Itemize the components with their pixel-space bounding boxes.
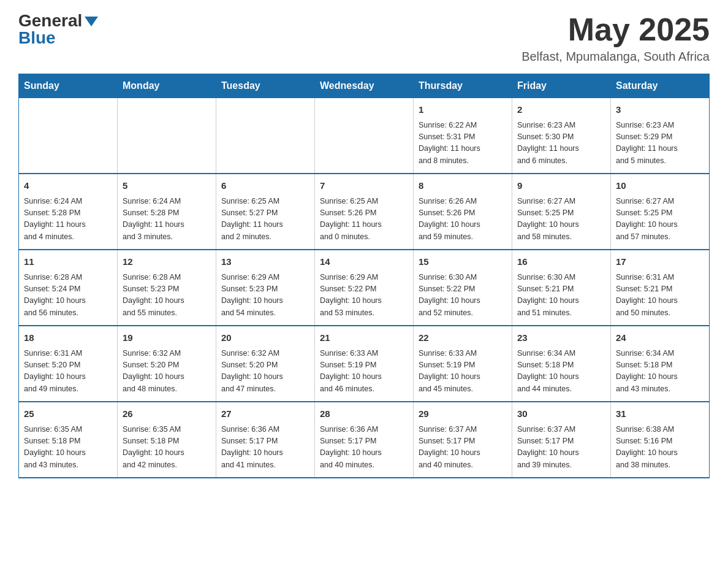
month-year-title: May 2025 bbox=[521, 12, 710, 47]
calendar-cell-w2-d3: 7Sunrise: 6:25 AM Sunset: 5:26 PM Daylig… bbox=[315, 174, 414, 250]
calendar-cell-w5-d5: 30Sunrise: 6:37 AM Sunset: 5:17 PM Dayli… bbox=[512, 402, 611, 478]
day-info-21: Sunrise: 6:33 AM Sunset: 5:19 PM Dayligh… bbox=[320, 348, 408, 396]
col-wednesday: Wednesday bbox=[315, 74, 414, 98]
day-number-18: 18 bbox=[24, 331, 112, 345]
day-number-10: 10 bbox=[616, 179, 704, 193]
calendar-cell-w3-d0: 11Sunrise: 6:28 AM Sunset: 5:24 PM Dayli… bbox=[19, 250, 118, 326]
calendar-week-2: 4Sunrise: 6:24 AM Sunset: 5:28 PM Daylig… bbox=[19, 174, 710, 250]
day-number-20: 20 bbox=[221, 331, 309, 345]
col-tuesday: Tuesday bbox=[216, 74, 315, 98]
day-number-25: 25 bbox=[24, 407, 112, 421]
calendar-cell-w4-d6: 24Sunrise: 6:34 AM Sunset: 5:18 PM Dayli… bbox=[611, 326, 710, 402]
calendar-week-3: 11Sunrise: 6:28 AM Sunset: 5:24 PM Dayli… bbox=[19, 250, 710, 326]
day-number-15: 15 bbox=[419, 255, 507, 269]
day-number-12: 12 bbox=[123, 255, 211, 269]
day-number-27: 27 bbox=[221, 407, 309, 421]
day-info-14: Sunrise: 6:29 AM Sunset: 5:22 PM Dayligh… bbox=[320, 272, 408, 320]
location-subtitle: Belfast, Mpumalanga, South Africa bbox=[521, 50, 710, 64]
day-info-27: Sunrise: 6:36 AM Sunset: 5:17 PM Dayligh… bbox=[221, 424, 309, 472]
day-info-15: Sunrise: 6:30 AM Sunset: 5:22 PM Dayligh… bbox=[419, 272, 507, 320]
calendar-week-4: 18Sunrise: 6:31 AM Sunset: 5:20 PM Dayli… bbox=[19, 326, 710, 402]
calendar-cell-w2-d5: 9Sunrise: 6:27 AM Sunset: 5:25 PM Daylig… bbox=[512, 174, 611, 250]
day-number-26: 26 bbox=[123, 407, 211, 421]
calendar-cell-w5-d1: 26Sunrise: 6:35 AM Sunset: 5:18 PM Dayli… bbox=[118, 402, 216, 478]
day-info-7: Sunrise: 6:25 AM Sunset: 5:26 PM Dayligh… bbox=[320, 196, 408, 243]
day-info-19: Sunrise: 6:32 AM Sunset: 5:20 PM Dayligh… bbox=[123, 348, 211, 396]
day-info-4: Sunrise: 6:24 AM Sunset: 5:28 PM Dayligh… bbox=[24, 196, 112, 243]
day-info-22: Sunrise: 6:33 AM Sunset: 5:19 PM Dayligh… bbox=[419, 348, 507, 396]
day-number-23: 23 bbox=[517, 331, 605, 345]
day-number-13: 13 bbox=[221, 255, 309, 269]
calendar-cell-w5-d6: 31Sunrise: 6:38 AM Sunset: 5:16 PM Dayli… bbox=[611, 402, 710, 478]
col-saturday: Saturday bbox=[611, 74, 710, 98]
day-info-12: Sunrise: 6:28 AM Sunset: 5:23 PM Dayligh… bbox=[123, 272, 211, 320]
calendar-cell-w4-d4: 22Sunrise: 6:33 AM Sunset: 5:19 PM Dayli… bbox=[414, 326, 512, 402]
day-info-31: Sunrise: 6:38 AM Sunset: 5:16 PM Dayligh… bbox=[616, 424, 704, 472]
calendar-header-row: Sunday Monday Tuesday Wednesday Thursday… bbox=[19, 74, 710, 98]
calendar-cell-w3-d1: 12Sunrise: 6:28 AM Sunset: 5:23 PM Dayli… bbox=[118, 250, 216, 326]
day-info-26: Sunrise: 6:35 AM Sunset: 5:18 PM Dayligh… bbox=[123, 424, 211, 472]
day-info-28: Sunrise: 6:36 AM Sunset: 5:17 PM Dayligh… bbox=[320, 424, 408, 472]
day-info-25: Sunrise: 6:35 AM Sunset: 5:18 PM Dayligh… bbox=[24, 424, 112, 472]
calendar-cell-w4-d2: 20Sunrise: 6:32 AM Sunset: 5:20 PM Dayli… bbox=[216, 326, 315, 402]
calendar-cell-w3-d2: 13Sunrise: 6:29 AM Sunset: 5:23 PM Dayli… bbox=[216, 250, 315, 326]
day-info-30: Sunrise: 6:37 AM Sunset: 5:17 PM Dayligh… bbox=[517, 424, 605, 472]
calendar-cell-w1-d1 bbox=[118, 98, 216, 174]
calendar-cell-w1-d2 bbox=[216, 98, 315, 174]
day-info-23: Sunrise: 6:34 AM Sunset: 5:18 PM Dayligh… bbox=[517, 348, 605, 396]
day-info-17: Sunrise: 6:31 AM Sunset: 5:21 PM Dayligh… bbox=[616, 272, 704, 320]
calendar-cell-w1-d4: 1Sunrise: 6:22 AM Sunset: 5:31 PM Daylig… bbox=[414, 98, 512, 174]
calendar-table: Sunday Monday Tuesday Wednesday Thursday… bbox=[18, 74, 710, 478]
logo-blue-text: Blue bbox=[18, 29, 56, 47]
day-number-30: 30 bbox=[517, 407, 605, 421]
day-number-21: 21 bbox=[320, 331, 408, 345]
day-number-29: 29 bbox=[419, 407, 507, 421]
calendar-cell-w2-d0: 4Sunrise: 6:24 AM Sunset: 5:28 PM Daylig… bbox=[19, 174, 118, 250]
logo-triangle-icon bbox=[85, 17, 98, 26]
calendar-cell-w4-d0: 18Sunrise: 6:31 AM Sunset: 5:20 PM Dayli… bbox=[19, 326, 118, 402]
day-info-29: Sunrise: 6:37 AM Sunset: 5:17 PM Dayligh… bbox=[419, 424, 507, 472]
logo: General Blue bbox=[18, 12, 98, 47]
calendar-cell-w2-d6: 10Sunrise: 6:27 AM Sunset: 5:25 PM Dayli… bbox=[611, 174, 710, 250]
day-info-24: Sunrise: 6:34 AM Sunset: 5:18 PM Dayligh… bbox=[616, 348, 704, 396]
col-sunday: Sunday bbox=[19, 74, 118, 98]
col-friday: Friday bbox=[512, 74, 611, 98]
day-number-4: 4 bbox=[24, 179, 112, 193]
calendar-cell-w3-d4: 15Sunrise: 6:30 AM Sunset: 5:22 PM Dayli… bbox=[414, 250, 512, 326]
day-number-16: 16 bbox=[517, 255, 605, 269]
calendar-cell-w5-d2: 27Sunrise: 6:36 AM Sunset: 5:17 PM Dayli… bbox=[216, 402, 315, 478]
day-number-11: 11 bbox=[24, 255, 112, 269]
day-number-14: 14 bbox=[320, 255, 408, 269]
svg-marker-0 bbox=[85, 17, 98, 26]
day-number-5: 5 bbox=[123, 179, 211, 193]
day-info-20: Sunrise: 6:32 AM Sunset: 5:20 PM Dayligh… bbox=[221, 348, 309, 396]
day-info-5: Sunrise: 6:24 AM Sunset: 5:28 PM Dayligh… bbox=[123, 196, 211, 243]
day-info-11: Sunrise: 6:28 AM Sunset: 5:24 PM Dayligh… bbox=[24, 272, 112, 320]
logo-general-text: General bbox=[18, 12, 82, 29]
day-info-10: Sunrise: 6:27 AM Sunset: 5:25 PM Dayligh… bbox=[616, 196, 704, 243]
calendar-cell-w1-d6: 3Sunrise: 6:23 AM Sunset: 5:29 PM Daylig… bbox=[611, 98, 710, 174]
day-info-9: Sunrise: 6:27 AM Sunset: 5:25 PM Dayligh… bbox=[517, 196, 605, 243]
calendar-cell-w5-d3: 28Sunrise: 6:36 AM Sunset: 5:17 PM Dayli… bbox=[315, 402, 414, 478]
calendar-cell-w4-d3: 21Sunrise: 6:33 AM Sunset: 5:19 PM Dayli… bbox=[315, 326, 414, 402]
day-info-1: Sunrise: 6:22 AM Sunset: 5:31 PM Dayligh… bbox=[419, 120, 507, 167]
day-number-24: 24 bbox=[616, 331, 704, 345]
calendar-cell-w1-d3 bbox=[315, 98, 414, 174]
day-number-17: 17 bbox=[616, 255, 704, 269]
calendar-cell-w4-d5: 23Sunrise: 6:34 AM Sunset: 5:18 PM Dayli… bbox=[512, 326, 611, 402]
day-number-2: 2 bbox=[517, 103, 605, 117]
day-number-22: 22 bbox=[419, 331, 507, 345]
day-info-3: Sunrise: 6:23 AM Sunset: 5:29 PM Dayligh… bbox=[616, 120, 704, 167]
day-number-6: 6 bbox=[221, 179, 309, 193]
day-info-18: Sunrise: 6:31 AM Sunset: 5:20 PM Dayligh… bbox=[24, 348, 112, 396]
day-number-7: 7 bbox=[320, 179, 408, 193]
calendar-cell-w5-d0: 25Sunrise: 6:35 AM Sunset: 5:18 PM Dayli… bbox=[19, 402, 118, 478]
day-info-2: Sunrise: 6:23 AM Sunset: 5:30 PM Dayligh… bbox=[517, 120, 605, 167]
day-number-1: 1 bbox=[419, 103, 507, 117]
calendar-cell-w3-d6: 17Sunrise: 6:31 AM Sunset: 5:21 PM Dayli… bbox=[611, 250, 710, 326]
title-section: May 2025 Belfast, Mpumalanga, South Afri… bbox=[521, 12, 710, 64]
page-header: General Blue May 2025 Belfast, Mpumalang… bbox=[18, 12, 710, 64]
calendar-cell-w3-d3: 14Sunrise: 6:29 AM Sunset: 5:22 PM Dayli… bbox=[315, 250, 414, 326]
day-number-19: 19 bbox=[123, 331, 211, 345]
calendar-cell-w2-d2: 6Sunrise: 6:25 AM Sunset: 5:27 PM Daylig… bbox=[216, 174, 315, 250]
